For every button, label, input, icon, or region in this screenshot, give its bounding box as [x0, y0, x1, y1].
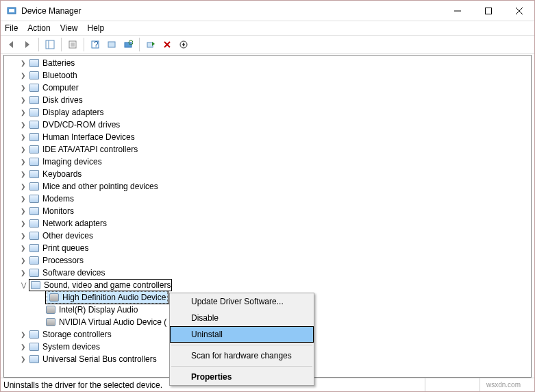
tree-item[interactable]: ❯Batteries — [4, 57, 531, 69]
expand-icon[interactable]: ❯ — [18, 156, 29, 167]
tree-item[interactable]: ❯Monitors — [4, 205, 531, 217]
expand-icon[interactable]: ❯ — [18, 70, 29, 81]
minimize-button[interactable] — [442, 1, 473, 21]
tree-item[interactable]: ❯Modems — [4, 193, 531, 205]
menu-action[interactable]: Action — [27, 23, 50, 33]
help-button[interactable]: ? — [88, 37, 103, 52]
title-bar: Device Manager — [1, 1, 534, 21]
ctx-properties[interactable]: Properties — [170, 369, 314, 385]
tree-item-label: High Definition Audio Device — [62, 293, 166, 302]
device-icon — [29, 144, 40, 155]
back-button[interactable] — [3, 37, 18, 52]
expand-icon[interactable]: ❯ — [18, 255, 29, 266]
forward-button[interactable] — [20, 37, 35, 52]
status-text: Uninstalls the driver for the selected d… — [3, 380, 162, 390]
expand-icon[interactable]: ❯ — [18, 218, 29, 229]
expand-icon[interactable]: ❯ — [18, 181, 29, 192]
speaker-icon — [45, 304, 56, 315]
ctx-uninstall[interactable]: Uninstall — [170, 326, 314, 343]
expand-icon[interactable]: ❯ — [18, 119, 29, 130]
expand-icon[interactable]: ❯ — [18, 193, 29, 204]
expand-icon[interactable]: ❯ — [18, 169, 29, 180]
svg-text:?: ? — [94, 40, 99, 49]
tree-item-label: Display adapters — [42, 108, 103, 117]
toolbar: ? — [1, 35, 534, 54]
expand-icon[interactable]: ❯ — [18, 206, 29, 217]
expand-icon[interactable]: ❯ — [18, 243, 29, 254]
ctx-disable[interactable]: Disable — [170, 310, 314, 326]
expand-icon[interactable]: ❯ — [18, 144, 29, 155]
tree-item[interactable]: ❯Keyboards — [4, 168, 531, 180]
expand-icon[interactable]: ❯ — [18, 329, 29, 340]
tree-item[interactable]: ❯Human Interface Devices — [4, 131, 531, 143]
menu-bar: File Action View Help — [1, 21, 534, 35]
tree-item-label: IDE ATA/ATAPI controllers — [42, 145, 138, 154]
tree-item-label: Software devices — [42, 268, 105, 278]
tree-item[interactable]: ❯Network adapters — [4, 217, 531, 230]
tree-item-expanded[interactable]: ⋁Sound, video and game controllers — [4, 279, 531, 291]
tree-item[interactable]: ❯Processors — [4, 254, 531, 267]
expand-icon[interactable]: ❯ — [18, 82, 29, 93]
tree-item-label: System devices — [42, 342, 100, 352]
maximize-button[interactable] — [473, 1, 503, 21]
expand-icon[interactable]: ❯ — [18, 107, 29, 118]
expand-icon[interactable]: ❯ — [18, 341, 29, 352]
context-menu: Update Driver Software... Disable Uninst… — [169, 293, 314, 386]
tree-item[interactable]: ❯Bluetooth — [4, 69, 531, 82]
tree-item[interactable]: ❯Disk drives — [4, 94, 531, 106]
tree-item-label: Computer — [42, 83, 79, 93]
show-hide-tree-button[interactable] — [42, 37, 58, 52]
window-title: Device Manager — [21, 6, 442, 16]
svg-marker-24 — [182, 42, 185, 47]
svg-marker-7 — [25, 41, 29, 48]
ctx-update-driver[interactable]: Update Driver Software... — [170, 293, 314, 310]
device-icon — [29, 95, 40, 106]
properties-button[interactable] — [65, 37, 80, 52]
device-icon — [29, 230, 40, 241]
expand-icon[interactable]: ❯ — [18, 354, 29, 365]
tree-item-label: Storage controllers — [42, 330, 112, 339]
close-button[interactable] — [503, 1, 534, 21]
device-icon — [29, 218, 40, 229]
expand-icon[interactable]: ❯ — [18, 267, 29, 278]
toolbar-icon[interactable] — [104, 37, 119, 52]
device-icon — [29, 70, 40, 81]
menu-file[interactable]: File — [5, 23, 18, 33]
uninstall-button[interactable] — [176, 37, 191, 52]
tree-item[interactable]: ❯Print queues — [4, 242, 531, 254]
tree-item-label: Print queues — [42, 243, 88, 253]
svg-rect-1 — [9, 9, 14, 12]
device-icon — [29, 169, 40, 180]
expand-icon[interactable]: ❯ — [18, 132, 29, 143]
tree-item[interactable]: ❯Display adapters — [4, 106, 531, 119]
tree-item[interactable]: ❯Computer — [4, 82, 531, 94]
tree-item-label: Sound, video and game controllers — [44, 280, 171, 290]
tree-item[interactable]: ❯DVD/CD-ROM drives — [4, 119, 531, 131]
expand-icon[interactable]: ❯ — [18, 58, 29, 69]
speaker-icon — [49, 292, 60, 303]
menu-view[interactable]: View — [60, 23, 78, 33]
enable-button[interactable] — [143, 37, 158, 52]
scan-hardware-button[interactable] — [121, 37, 136, 52]
tree-item-label: NVIDIA Virtual Audio Device ( — [59, 317, 166, 327]
tree-item[interactable]: ❯IDE ATA/ATAPI controllers — [4, 143, 531, 156]
tree-item[interactable]: ❯Mice and other pointing devices — [4, 180, 531, 193]
device-icon — [29, 119, 40, 130]
tree-item[interactable]: ❯Other devices — [4, 230, 531, 242]
expand-icon[interactable]: ❯ — [18, 95, 29, 106]
disable-button[interactable] — [160, 37, 175, 52]
ctx-separator — [171, 345, 312, 345]
tree-item-label: Human Interface Devices — [42, 132, 135, 142]
svg-rect-17 — [125, 42, 132, 47]
tree-item[interactable]: ❯Software devices — [4, 267, 531, 279]
ctx-properties-label: Properties — [191, 372, 232, 382]
tree-item-label: Network adapters — [42, 219, 107, 228]
ctx-separator — [171, 366, 312, 367]
tree-item[interactable]: ❯Imaging devices — [4, 156, 531, 168]
svg-rect-8 — [46, 40, 54, 49]
menu-help[interactable]: Help — [88, 23, 105, 33]
collapse-icon[interactable]: ⋁ — [18, 280, 29, 291]
ctx-scan-hardware[interactable]: Scan for hardware changes — [170, 347, 314, 364]
device-icon — [29, 193, 40, 204]
expand-icon[interactable]: ❯ — [18, 230, 29, 241]
